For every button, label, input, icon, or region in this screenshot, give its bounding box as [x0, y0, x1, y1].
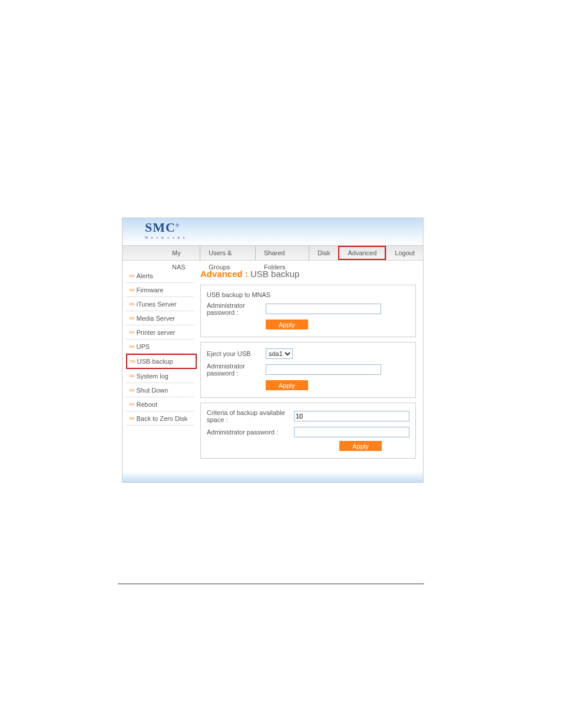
panel2-password-field[interactable]	[266, 364, 381, 375]
footer-gradient	[123, 472, 423, 482]
tab-disk[interactable]: Disk	[309, 246, 338, 260]
chevron-icon: >>	[129, 315, 134, 321]
main-content: Advanced : USB backup USB backup to MNAS…	[197, 261, 423, 472]
panel1-password-field[interactable]	[266, 304, 381, 314]
sidebar-item-alerts[interactable]: >>Alerts	[126, 269, 194, 283]
tab-shared-folders[interactable]: Shared Folders	[255, 246, 309, 260]
panel2-apply-button[interactable]: Apply	[266, 380, 308, 390]
tab-logout[interactable]: Logout	[386, 246, 423, 260]
sidebar-item-printer-server[interactable]: >>Printer server	[126, 325, 194, 340]
panel3-password-field[interactable]	[294, 427, 409, 437]
chevron-icon: >>	[129, 373, 134, 379]
top-nav: My NAS Users & Groups Shared Folders Dis…	[123, 245, 423, 261]
sidebar-item-usb-backup[interactable]: >>USB backup	[126, 354, 197, 369]
chevron-icon: >>	[129, 301, 134, 307]
chevron-icon: >>	[129, 273, 134, 279]
page-title: Advanced : USB backup	[200, 269, 416, 279]
chevron-icon: >>	[129, 416, 134, 421]
panel2-eject-select[interactable]: sda1	[266, 348, 293, 359]
panel1-password-label: Administrator password :	[207, 302, 266, 316]
sidebar-item-shut-down[interactable]: >>Shut Down	[126, 383, 194, 397]
app-window: SMC® N e t w o r k s My NAS Users & Grou…	[122, 218, 424, 483]
sidebar-item-back-to-zero-disk[interactable]: >>Back to Zero Disk	[126, 411, 194, 426]
sidebar-item-firmware[interactable]: >>Firmware	[126, 283, 194, 297]
panel1-heading: USB backup to MNAS	[207, 291, 270, 298]
panel3-criteria-field[interactable]	[294, 411, 409, 421]
panel3-criteria-label: Criteria of backup available space :	[207, 409, 294, 423]
sidebar-item-media-server[interactable]: >>Media Server	[126, 311, 194, 325]
panel-criteria: Criteria of backup available space : Adm…	[200, 403, 416, 459]
tab-users-groups[interactable]: Users & Groups	[200, 246, 255, 260]
brand-logo: SMC® N e t w o r k s	[145, 221, 186, 240]
tab-advanced[interactable]: Advanced	[338, 246, 386, 260]
panel-eject-usb: Eject your USB sda1 Administrator passwo…	[200, 342, 416, 398]
sidebar-item-itunes-server[interactable]: >>iTunes Server	[126, 297, 194, 311]
panel-backup-to-mnas: USB backup to MNAS Administrator passwor…	[200, 285, 416, 337]
chevron-icon: >>	[129, 287, 134, 293]
tab-my-nas[interactable]: My NAS	[164, 246, 200, 260]
sidebar: >>Alerts >>Firmware >>iTunes Server >>Me…	[123, 261, 197, 472]
panel3-password-label: Administrator password :	[207, 429, 294, 436]
panel2-password-label: Administrator password :	[207, 363, 266, 377]
header: SMC® N e t w o r k s	[123, 218, 423, 245]
panel3-apply-button[interactable]: Apply	[339, 441, 382, 451]
page-rule	[118, 584, 424, 584]
sidebar-item-reboot[interactable]: >>Reboot	[126, 397, 194, 411]
panel2-eject-label: Eject your USB	[207, 350, 266, 357]
sidebar-item-system-log[interactable]: >>System log	[126, 369, 194, 383]
sidebar-item-ups[interactable]: >>UPS	[126, 340, 194, 354]
chevron-icon: >>	[129, 344, 134, 350]
panel1-apply-button[interactable]: Apply	[266, 319, 308, 330]
chevron-icon: >>	[129, 330, 134, 335]
chevron-icon: >>	[130, 358, 135, 364]
chevron-icon: >>	[129, 387, 134, 393]
chevron-icon: >>	[129, 401, 134, 407]
